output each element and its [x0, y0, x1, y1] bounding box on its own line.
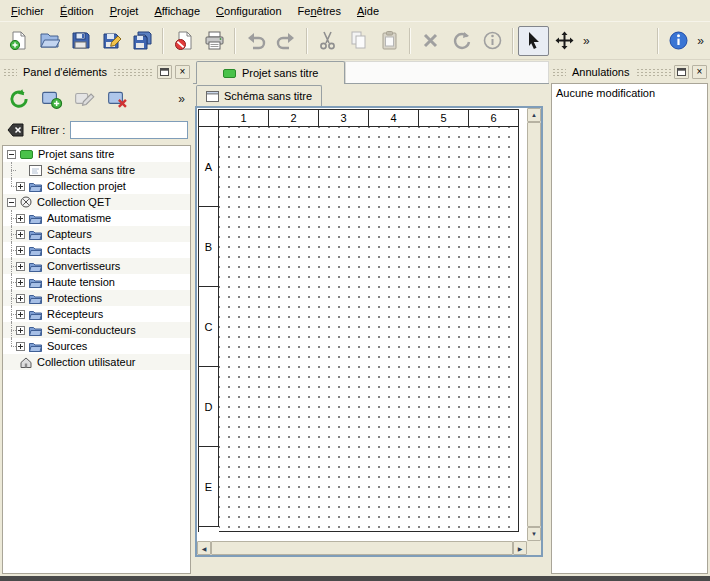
collapse-icon[interactable] — [7, 198, 16, 207]
undo-dock-titlebar[interactable]: Annulations × — [552, 64, 707, 79]
expand-icon[interactable] — [16, 342, 25, 351]
expand-icon[interactable] — [16, 310, 25, 319]
expand-icon[interactable] — [16, 230, 25, 239]
expand-icon[interactable] — [16, 214, 25, 223]
column-header: 1 — [219, 110, 269, 127]
menu-affichage[interactable]: Affichage — [146, 2, 208, 20]
toolbar-separator — [306, 28, 308, 54]
schema-tab-label: Schéma sans titre — [224, 90, 312, 102]
scroll-right-button[interactable]: ▶ — [513, 541, 527, 555]
elements-toolbar-overflow-button[interactable]: » — [175, 92, 188, 106]
close-document-icon — [173, 30, 194, 51]
close-dock-button[interactable]: × — [175, 65, 190, 79]
expand-icon[interactable] — [16, 278, 25, 287]
horizontal-scroll-thumb[interactable] — [211, 541, 513, 555]
tree-item-contacts[interactable]: Contacts — [3, 242, 190, 258]
menu-edition[interactable]: Édition — [52, 2, 102, 20]
tree-item-haute-tension[interactable]: Haute tension — [3, 274, 190, 290]
elements-panel-toolbar: » — [0, 81, 193, 117]
tree-item-collection-projet[interactable]: Collection projet — [3, 178, 190, 194]
menu-fichier[interactable]: Fichier — [3, 2, 52, 20]
menu-aide[interactable]: Aide — [349, 2, 387, 20]
tree-item-project[interactable]: Projet sans titre — [3, 146, 190, 162]
tree-item-collection-utilisateur[interactable]: Collection utilisateur — [3, 354, 190, 370]
tree-item-recepteurs[interactable]: Récepteurs — [3, 306, 190, 322]
folder-icon — [29, 325, 42, 336]
scroll-up-button[interactable]: ▲ — [527, 108, 541, 122]
menu-projet[interactable]: Projet — [102, 2, 147, 20]
tree-item-automatisme[interactable]: Automatisme — [3, 210, 190, 226]
redo-button[interactable] — [271, 26, 302, 56]
tab-projet-sans-titre[interactable]: Projet sans titre — [196, 61, 345, 84]
tree-item-protections[interactable]: Protections — [3, 290, 190, 306]
print-button[interactable] — [199, 26, 230, 56]
tree-item-collection-qet[interactable]: Collection QET — [3, 194, 190, 210]
expand-icon[interactable] — [16, 326, 25, 335]
tab-schema-sans-titre[interactable]: Schéma sans titre — [196, 85, 322, 106]
cut-button[interactable] — [312, 26, 343, 56]
undo-button[interactable] — [240, 26, 271, 56]
delete-icon — [420, 30, 441, 51]
tree-item-capteurs[interactable]: Capteurs — [3, 226, 190, 242]
delete-element-button[interactable] — [104, 85, 132, 113]
tab-bar-empty-area — [345, 61, 549, 83]
dock-grip — [3, 67, 17, 76]
filter-input[interactable] — [70, 121, 188, 139]
expand-icon[interactable] — [16, 262, 25, 271]
vertical-scrollbar[interactable]: ▲ ▼ — [527, 108, 541, 541]
tree-item-sources[interactable]: Sources — [3, 338, 190, 354]
vertical-scroll-thumb[interactable] — [527, 122, 541, 527]
qelectrotech-window: Fichier Édition Projet Affichage Configu… — [0, 0, 710, 581]
close-dock-button[interactable]: × — [692, 65, 707, 79]
save-as-button[interactable] — [96, 26, 127, 56]
scroll-down-button[interactable]: ▼ — [527, 527, 541, 541]
float-dock-button[interactable] — [157, 65, 172, 79]
expand-icon[interactable] — [16, 182, 25, 191]
float-dock-icon — [677, 68, 686, 76]
element-info-button[interactable] — [477, 26, 508, 56]
elements-tree: Projet sans titre Schéma sans titre Coll… — [2, 145, 191, 574]
close-file-button[interactable] — [168, 26, 199, 56]
cut-icon — [317, 30, 338, 51]
clear-filter-button[interactable] — [5, 121, 26, 139]
rotate-button[interactable] — [446, 26, 477, 56]
toolbar-overflow-button[interactable]: » — [694, 34, 707, 48]
select-arrow-icon — [523, 30, 544, 51]
scroll-left-button[interactable]: ◀ — [197, 541, 211, 555]
toolbar-more-button[interactable]: » — [580, 34, 593, 48]
new-element-button[interactable] — [38, 85, 66, 113]
edit-element-button[interactable] — [71, 85, 99, 113]
pan-mode-button[interactable] — [549, 26, 580, 56]
float-dock-button[interactable] — [674, 65, 689, 79]
undo-history-item[interactable]: Aucune modification — [553, 85, 706, 101]
dock-grip — [113, 67, 154, 76]
reload-collections-button[interactable] — [5, 85, 33, 113]
tree-item-semi-conducteurs[interactable]: Semi-conducteurs — [3, 322, 190, 338]
schema-tab-bar: Schéma sans titre — [193, 84, 549, 106]
elements-panel-titlebar[interactable]: Panel d'éléments × — [3, 64, 190, 79]
expand-icon[interactable] — [16, 246, 25, 255]
paste-button[interactable] — [374, 26, 405, 56]
collapse-icon[interactable] — [7, 150, 16, 159]
menu-configuration[interactable]: Configuration — [208, 2, 289, 20]
expand-icon[interactable] — [16, 294, 25, 303]
toolbar-separator — [409, 28, 411, 54]
save-all-button[interactable] — [127, 26, 158, 56]
delete-button[interactable] — [415, 26, 446, 56]
about-button[interactable] — [663, 26, 694, 56]
tree-item-convertisseurs[interactable]: Convertisseurs — [3, 258, 190, 274]
menu-fenetres[interactable]: Fenêtres — [290, 2, 349, 20]
copy-button[interactable] — [343, 26, 374, 56]
new-document-button[interactable] — [3, 26, 34, 56]
mdi-area: Schéma sans titre 1 2 3 4 5 6 — [193, 84, 549, 576]
diagram-canvas[interactable] — [219, 127, 519, 532]
schema-icon — [206, 91, 219, 102]
select-mode-button[interactable] — [518, 26, 549, 56]
info-icon — [482, 30, 503, 51]
tree-guide — [3, 178, 16, 194]
tree-item-schema[interactable]: Schéma sans titre — [3, 162, 190, 178]
save-button[interactable] — [65, 26, 96, 56]
open-project-button[interactable] — [34, 26, 65, 56]
save-as-icon — [101, 30, 122, 51]
horizontal-scrollbar[interactable]: ◀ ▶ — [197, 541, 527, 555]
